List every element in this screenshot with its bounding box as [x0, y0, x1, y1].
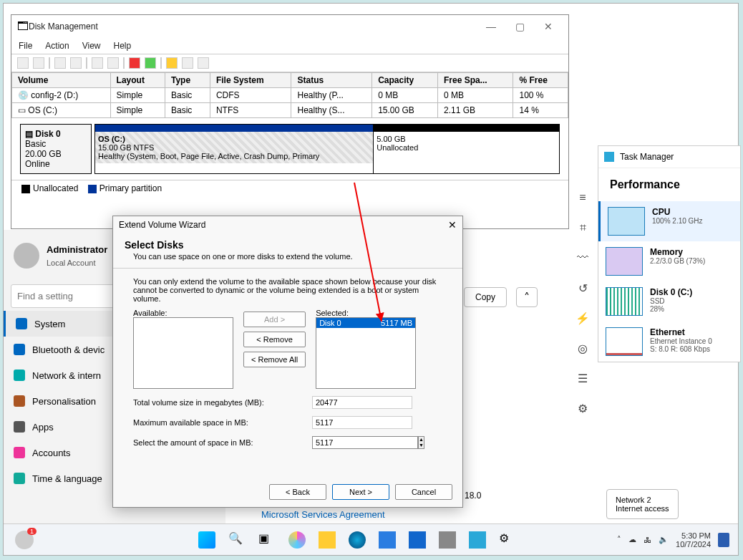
nav-icon [14, 395, 25, 407]
next-button[interactable]: Next > [332, 484, 389, 500]
col-header[interactable]: Status [291, 73, 372, 88]
window-title: Disk Management [29, 21, 477, 32]
total-size-value: 20477 [312, 396, 412, 409]
taskbar-user-icon[interactable]: 1 [15, 531, 34, 549]
outlook-icon[interactable] [409, 531, 426, 549]
tm-item-cpu[interactable]: CPU100% 2.10 GHz [598, 201, 740, 241]
volume-table: VolumeLayoutTypeFile SystemStatusCapacit… [11, 72, 568, 118]
extend-volume-wizard: Extend Volume Wizard ✕ Select Disks You … [112, 216, 463, 508]
edge-icon[interactable] [349, 531, 366, 549]
taskview-icon[interactable]: ▣ [258, 531, 276, 549]
selected-listbox[interactable]: Disk 0 5117 MB [316, 317, 416, 389]
menu-help[interactable]: Help [114, 41, 132, 51]
maximize-button[interactable]: ▢ [505, 21, 534, 32]
store-icon[interactable] [379, 531, 396, 549]
history-icon[interactable]: ↺ [572, 273, 593, 303]
users-icon[interactable]: ◎ [572, 333, 593, 363]
side-rail: ≡ ⌗ 〰 ↺ ⚡ ◎ ☰ ⚙ [572, 183, 593, 423]
list-icon[interactable] [198, 57, 209, 69]
available-listbox[interactable] [133, 317, 233, 389]
notification-icon[interactable] [718, 533, 729, 547]
search-icon[interactable]: 🔍 [228, 531, 246, 549]
app-icon[interactable] [439, 531, 456, 549]
avatar[interactable] [14, 243, 39, 269]
startup-icon[interactable]: ⚡ [572, 303, 593, 333]
nav-icon [14, 473, 25, 484]
back-button[interactable]: < Back [269, 484, 326, 500]
taskmgr-icon[interactable] [469, 531, 486, 549]
wizard-heading: Select Disks [125, 239, 451, 251]
processes-icon[interactable]: ⌗ [572, 213, 593, 243]
delete-icon[interactable] [129, 57, 140, 69]
nav-icon [14, 421, 25, 433]
max-available-value: 5117 [312, 416, 412, 429]
partition-os[interactable]: OS (C:) 15.00 GB NTFS Healthy (System, B… [95, 132, 373, 163]
spin-down[interactable]: ▼ [419, 443, 424, 448]
graph-icon [606, 247, 643, 276]
amount-spinner[interactable] [312, 436, 418, 449]
add-button[interactable]: Add > [243, 312, 306, 327]
menu-file[interactable]: File [19, 41, 32, 51]
spin-up[interactable]: ▲ [419, 437, 424, 443]
clock-date[interactable]: 10/7/2024 [676, 540, 711, 549]
folder-icon[interactable] [166, 57, 178, 69]
graph-icon [606, 287, 643, 316]
props-icon[interactable] [182, 57, 193, 69]
drive-icon: 🗔 [17, 20, 29, 33]
hamburger-icon[interactable]: ≡ [572, 183, 593, 213]
tray-chevron-icon[interactable]: ˄ [617, 535, 621, 544]
wizard-close-button[interactable]: ✕ [448, 219, 457, 231]
refresh-icon[interactable] [107, 57, 119, 69]
partition-unallocated[interactable]: 5.00 GB Unallocated [374, 132, 559, 155]
sound-icon[interactable]: 🔈 [659, 535, 669, 544]
menu-action[interactable]: Action [45, 41, 69, 51]
forward-icon[interactable] [33, 57, 44, 69]
check-icon[interactable] [145, 57, 156, 69]
col-header[interactable]: Capacity [372, 73, 438, 88]
nav-icon [14, 370, 25, 381]
tm-section-title: Performance [598, 168, 740, 201]
clock-time[interactable]: 5:30 PM [681, 531, 711, 540]
remove-all-button[interactable]: < Remove All [243, 352, 306, 367]
explorer-icon[interactable] [319, 531, 336, 549]
col-header[interactable]: Type [165, 73, 210, 88]
cancel-button[interactable]: Cancel [395, 484, 452, 500]
disk-info[interactable]: ▤ Disk 0 Basic 20.00 GB Online [20, 124, 92, 174]
network-flyout[interactable]: Network 2 Internet access [606, 489, 679, 519]
view2-icon[interactable] [70, 57, 82, 69]
back-icon[interactable] [17, 57, 29, 69]
menu-bar: FileActionViewHelp [11, 38, 568, 54]
tm-item-disk[interactable]: Disk 0 (C:)SSD28% [598, 281, 740, 322]
table-row[interactable]: 💿 config-2 (D:)SimpleBasicCDFS Healthy (… [12, 88, 568, 103]
col-header[interactable]: Layout [110, 73, 165, 88]
menu-view[interactable]: View [82, 41, 101, 51]
ms-agreement-link[interactable]: Microsoft Services Agreement [261, 509, 385, 520]
nav-icon [16, 318, 27, 329]
view-icon[interactable] [54, 57, 66, 69]
settings-icon[interactable]: ⚙ [572, 393, 593, 423]
remove-button[interactable]: < Remove [243, 332, 306, 347]
username-label: Administrator [47, 244, 107, 255]
performance-icon[interactable]: 〰 [572, 243, 593, 273]
collapse-chevron[interactable]: ˄ [516, 287, 538, 307]
details-icon[interactable]: ☰ [572, 363, 593, 393]
copy-button[interactable]: Copy [464, 287, 507, 307]
settings-tb-icon[interactable]: ⚙ [499, 531, 516, 549]
graph-icon [608, 207, 645, 236]
table-row[interactable]: ▭ OS (C:)SimpleBasicNTFS Healthy (S...15… [12, 103, 568, 118]
minimize-button[interactable]: — [477, 21, 505, 32]
col-header[interactable]: Volume [12, 73, 111, 88]
col-header[interactable]: Free Spa... [438, 73, 513, 88]
network-icon[interactable]: 🖧 [644, 536, 651, 544]
graph-icon [606, 327, 643, 356]
help-icon[interactable] [92, 57, 103, 69]
start-icon[interactable] [198, 531, 215, 549]
disk-management-window: 🗔 Disk Management — ▢ ✕ FileActionViewHe… [11, 14, 569, 229]
close-button[interactable]: ✕ [534, 21, 563, 32]
col-header[interactable]: File System [210, 73, 291, 88]
cloud-icon[interactable]: ☁ [628, 535, 636, 544]
tm-item-memory[interactable]: Memory2.2/3.0 GB (73%) [598, 241, 740, 281]
copilot-icon[interactable] [288, 531, 306, 549]
col-header[interactable]: % Free [513, 73, 568, 88]
tm-item-ethernet[interactable]: EthernetEthernet Instance 0S: 8.0 R: 608… [598, 322, 740, 362]
